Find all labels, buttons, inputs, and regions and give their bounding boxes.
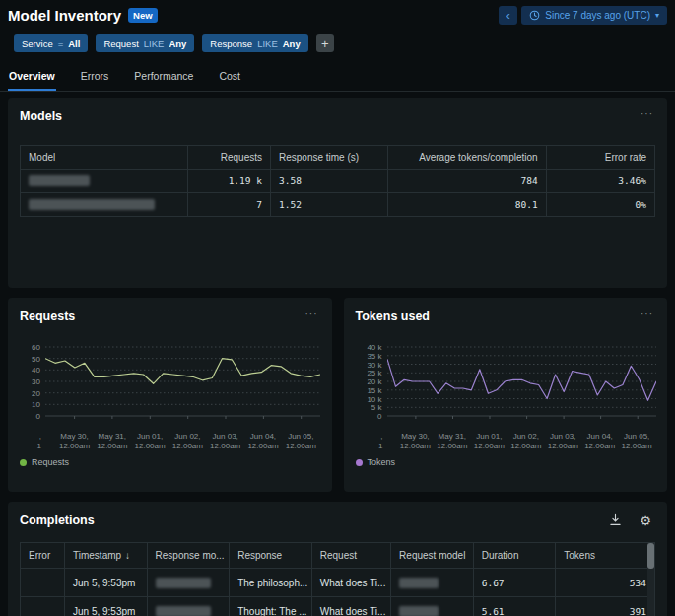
x-axis-labels: May 30, 12:00amMay 31, 12:00amJun 01, 12… xyxy=(387,428,656,451)
download-icon xyxy=(609,513,622,526)
time-range-label: Since 7 days ago (UTC) xyxy=(545,10,650,21)
panel-menu-button[interactable]: ··· xyxy=(304,309,320,319)
column-header-error-rate[interactable]: Error rate xyxy=(547,146,654,170)
response-cell[interactable]: Thought: The ... xyxy=(230,597,312,616)
filter-value: Any xyxy=(283,38,301,49)
chevron-down-icon: ▾ xyxy=(655,11,659,20)
new-badge: New xyxy=(128,8,158,23)
filter-value: All xyxy=(68,38,80,49)
completions-panel: Completions ⚙ Error Timestamp xyxy=(8,502,667,616)
completions-table: Error Timestamp ↓ Response mo... Respons… xyxy=(20,542,655,616)
charts-row: Requests ··· 0102030405060 May 30, 12:00… xyxy=(8,298,667,502)
panel-menu-button[interactable]: ··· xyxy=(639,109,655,119)
request-cell[interactable]: What does Ti... xyxy=(312,569,391,597)
header: Model Inventory New ‹ Since 7 days ago (… xyxy=(0,0,675,27)
scrollbar-thumb[interactable] xyxy=(647,543,654,569)
collapse-button[interactable]: ‹ xyxy=(499,6,517,25)
tab-overview[interactable]: Overview xyxy=(8,64,56,91)
panel-title: Completions xyxy=(20,513,95,527)
plot-area xyxy=(387,337,656,428)
tokens-chart: 05 k10 k15 k20 k25 k30 k35 k40 k May 30,… xyxy=(356,337,656,451)
request-model-cell xyxy=(391,569,474,597)
settings-button[interactable]: ⚙ xyxy=(636,514,655,527)
models-table: Model Requests Response time (s) Average… xyxy=(20,145,655,217)
response-time-value: 3.58 xyxy=(271,170,388,193)
filter-field: Response xyxy=(210,38,252,49)
timestamp-cell[interactable]: Jun 5, 9:53pm xyxy=(65,569,148,597)
chevron-left-icon: ‹ xyxy=(506,9,510,23)
column-header-timestamp[interactable]: Timestamp ↓ xyxy=(65,543,148,569)
redaction-block xyxy=(29,175,90,186)
model-name-redacted[interactable] xyxy=(21,170,188,193)
redaction-block xyxy=(156,578,211,588)
filter-operator: LIKE xyxy=(257,38,278,49)
plus-icon: + xyxy=(321,36,329,51)
request-model-cell xyxy=(391,597,474,616)
vertical-scrollbar[interactable] xyxy=(647,543,654,616)
model-name-redacted[interactable] xyxy=(21,193,188,216)
duration-cell: 5.61 xyxy=(474,597,557,616)
column-header-request-model[interactable]: Request model xyxy=(391,543,474,569)
response-time-value: 1.52 xyxy=(271,193,388,216)
requests-value: 1.19 k xyxy=(188,170,271,193)
filter-operator: = xyxy=(58,38,64,49)
column-header-requests[interactable]: Requests xyxy=(188,146,271,170)
filter-field: Service xyxy=(22,38,53,49)
avg-tokens-value: 784 xyxy=(388,170,547,193)
plot-area xyxy=(45,337,320,428)
panel-title: Requests xyxy=(20,309,75,323)
column-header-duration[interactable]: Duration xyxy=(474,543,557,569)
filter-field: Request xyxy=(103,38,138,49)
column-header-request[interactable]: Request xyxy=(312,543,391,569)
tokens-cell: 391 xyxy=(556,597,654,616)
time-controls: ‹ Since 7 days ago (UTC) ▾ xyxy=(499,6,667,25)
response-model-cell xyxy=(148,569,231,597)
dashboard-content: Models ··· Model Requests Response time … xyxy=(0,92,675,616)
filter-chip-response[interactable]: Response LIKE Any xyxy=(202,34,307,52)
gear-icon: ⚙ xyxy=(640,513,651,528)
column-header-avg-tokens[interactable]: Average tokens/completion xyxy=(388,146,547,170)
response-model-cell xyxy=(148,597,231,616)
x-axis-labels: May 30, 12:00amMay 31, 12:00amJun 01, 12… xyxy=(45,428,320,451)
requests-value: 7 xyxy=(188,193,271,216)
column-header-response-model[interactable]: Response mo... xyxy=(148,543,231,569)
chart-legend[interactable]: Requests xyxy=(20,457,320,467)
redaction-block xyxy=(156,606,211,616)
filter-bar: Service = All Request LIKE Any Response … xyxy=(0,27,675,56)
legend-label: Requests xyxy=(32,457,69,467)
request-cell[interactable]: What does Ti... xyxy=(312,597,391,616)
timestamp-cell[interactable]: Jun 5, 9:53pm xyxy=(65,597,148,616)
column-header-error[interactable]: Error xyxy=(21,543,65,569)
error-cell xyxy=(21,597,65,616)
filter-operator: LIKE xyxy=(144,38,165,49)
page-title: Model Inventory xyxy=(8,7,121,24)
column-header-response-time[interactable]: Response time (s) xyxy=(271,146,388,170)
column-header-response[interactable]: Response xyxy=(230,543,312,569)
error-rate-value: 0% xyxy=(547,193,654,216)
chart-legend[interactable]: Tokens xyxy=(356,457,656,467)
error-cell xyxy=(21,569,65,597)
redaction-block xyxy=(399,578,439,588)
tokens-cell: 534 xyxy=(556,569,654,597)
requests-chart: 0102030405060 May 30, 12:00amMay 31, 12:… xyxy=(20,337,320,451)
column-header-tokens[interactable]: Tokens xyxy=(556,543,654,569)
filter-value: Any xyxy=(169,38,186,49)
duration-cell: 6.67 xyxy=(474,569,557,597)
redaction-block xyxy=(399,606,439,616)
dashboard-page: Model Inventory New ‹ Since 7 days ago (… xyxy=(0,0,675,616)
filter-chip-request[interactable]: Request LIKE Any xyxy=(96,34,194,52)
column-header-model[interactable]: Model xyxy=(21,146,188,170)
sort-desc-icon: ↓ xyxy=(125,550,130,561)
tab-performance[interactable]: Performance xyxy=(133,64,194,91)
tab-errors[interactable]: Errors xyxy=(80,64,110,91)
panel-menu-button[interactable]: ··· xyxy=(639,309,655,319)
download-button[interactable] xyxy=(605,513,626,528)
add-filter-button[interactable]: + xyxy=(316,34,334,52)
tab-cost[interactable]: Cost xyxy=(218,64,241,91)
filter-chip-service[interactable]: Service = All xyxy=(14,34,88,52)
time-range-picker[interactable]: Since 7 days ago (UTC) ▾ xyxy=(521,6,667,25)
tokens-used-panel: Tokens used ··· 05 k10 k15 k20 k25 k30 k… xyxy=(344,298,668,492)
legend-dot xyxy=(356,459,363,466)
clock-icon xyxy=(529,10,540,21)
response-cell[interactable]: The philosoph... xyxy=(230,569,312,597)
